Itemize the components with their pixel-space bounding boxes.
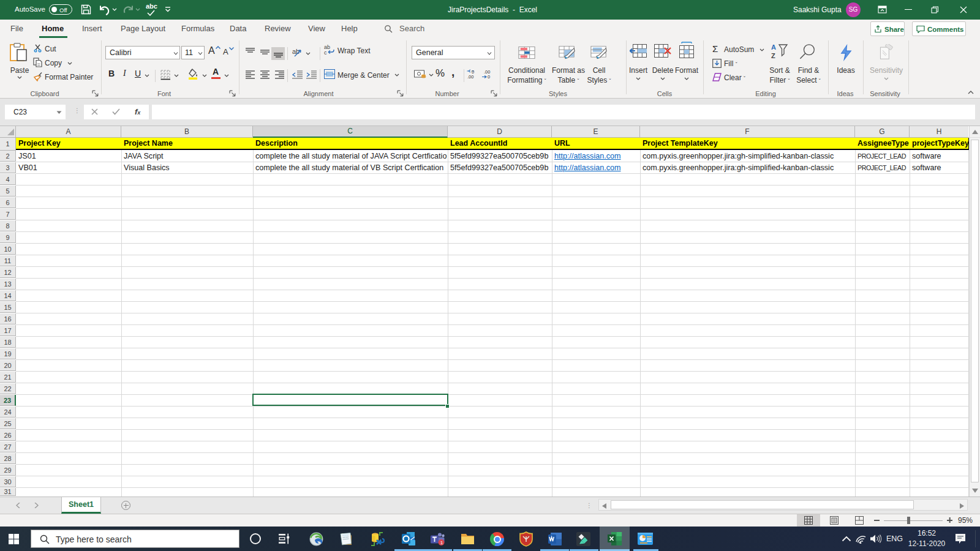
svg-text:ab: ab (292, 48, 300, 55)
svg-text:Z: Z (771, 52, 775, 59)
svg-text:1: 1 (440, 540, 443, 545)
svg-text:0: 0 (488, 74, 490, 80)
svg-text:c: c (324, 50, 327, 55)
svg-text:A: A (771, 43, 776, 51)
svg-text:.00: .00 (467, 74, 473, 80)
